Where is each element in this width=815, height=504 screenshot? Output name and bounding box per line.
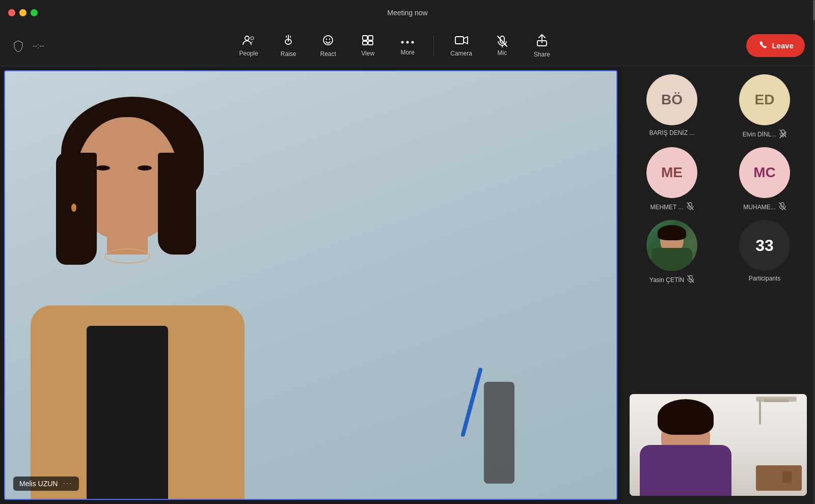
- participant-card-ed[interactable]: ED Elvin DİNL...: [722, 74, 807, 139]
- phone-icon: [757, 39, 768, 52]
- mic-button[interactable]: Mic: [484, 32, 520, 60]
- toolbar-center: People Raise React: [44, 31, 747, 61]
- toolbar-right: Leave: [746, 34, 805, 57]
- svg-rect-13: [455, 37, 464, 44]
- more-label: More: [400, 49, 414, 56]
- more-icon: [400, 36, 415, 47]
- raise-label: Raise: [281, 50, 296, 58]
- svg-rect-8: [363, 41, 367, 45]
- main-video: [5, 71, 616, 499]
- participant-name-ed: Elvin DİNL...: [743, 131, 777, 138]
- participant-avatar-ed: ED: [739, 74, 790, 125]
- people-button[interactable]: People: [231, 32, 266, 60]
- share-label: Share: [534, 51, 550, 58]
- participant-info-mc: MUHAME...: [743, 202, 785, 212]
- self-view: [630, 394, 807, 496]
- leave-button[interactable]: Leave: [746, 34, 805, 57]
- mic-icon: [497, 35, 508, 47]
- traffic-lights: [8, 9, 38, 16]
- svg-point-10: [401, 41, 404, 43]
- participant-name-mc: MUHAME...: [743, 204, 775, 211]
- svg-point-4: [326, 38, 327, 39]
- people-label: People: [239, 50, 258, 57]
- svg-point-1: [251, 37, 254, 40]
- more-options-dots[interactable]: ···: [63, 479, 72, 488]
- minimize-button[interactable]: [19, 9, 26, 16]
- participant-name-count: Participants: [749, 275, 781, 282]
- react-icon: [322, 34, 334, 48]
- mic-muted-icon-yasin: [687, 275, 694, 285]
- share-button[interactable]: Share: [524, 31, 560, 61]
- mic-muted-icon-ed: [779, 129, 786, 139]
- participant-info-count: Participants: [749, 275, 781, 282]
- participant-name-label: Melis UZUN ···: [13, 477, 79, 491]
- react-label: React: [320, 50, 336, 58]
- raise-icon: [283, 34, 294, 48]
- participant-card-yasin[interactable]: Yasin ÇETİN: [630, 220, 714, 285]
- participant-card-me[interactable]: ME MEHMET ...: [630, 147, 714, 212]
- svg-point-5: [329, 38, 330, 39]
- view-button[interactable]: View: [350, 32, 386, 60]
- participant-name-yasin: Yasin ÇETİN: [649, 276, 684, 284]
- more-button[interactable]: More: [390, 33, 425, 59]
- participant-avatar-mc: MC: [739, 147, 790, 198]
- participant-info-bo: BARIŞ DENİZ ...: [649, 129, 695, 136]
- participant-name-me: MEHMET ...: [650, 204, 683, 211]
- camera-icon: [454, 35, 469, 48]
- svg-rect-6: [363, 36, 367, 40]
- participant-avatar-bo: BÖ: [646, 74, 697, 125]
- svg-rect-7: [368, 36, 373, 40]
- svg-line-16: [498, 36, 507, 46]
- camera-button[interactable]: Camera: [442, 32, 480, 60]
- participant-info-ed: Elvin DİNL...: [743, 129, 787, 139]
- leave-label: Leave: [772, 41, 794, 50]
- self-view-video: [630, 394, 807, 496]
- svg-rect-9: [368, 41, 373, 45]
- react-button[interactable]: React: [310, 31, 346, 61]
- main-video-area: Melis UZUN ···: [4, 70, 617, 500]
- participant-card-count[interactable]: 33 Participants: [722, 220, 807, 285]
- participant-card-mc[interactable]: MC MUHAME...: [722, 147, 807, 212]
- participant-name-bo: BARIŞ DENİZ ...: [649, 129, 695, 136]
- camera-label: Camera: [450, 50, 472, 57]
- title-bar: Meeting now: [0, 0, 815, 25]
- participant-avatar-me: ME: [646, 147, 697, 198]
- people-icon: [242, 35, 255, 48]
- raise-button[interactable]: Raise: [270, 31, 306, 61]
- scroll-indicator: [813, 66, 815, 504]
- maximize-button[interactable]: [31, 9, 38, 16]
- view-label: View: [361, 50, 374, 57]
- main-content: Melis UZUN ··· BÖ BARIŞ DENİZ ... ED Elv…: [0, 66, 815, 504]
- toolbar: --:-- People Raise: [0, 25, 815, 66]
- participant-name-text: Melis UZUN: [19, 480, 58, 488]
- svg-point-12: [412, 41, 414, 43]
- participant-avatar-yasin: [646, 220, 697, 271]
- mic-muted-icon-me: [687, 202, 694, 212]
- toolbar-divider: [433, 36, 434, 56]
- svg-point-0: [245, 36, 249, 40]
- window-title: Meeting now: [387, 9, 427, 17]
- toolbar-left: --:--: [10, 38, 44, 54]
- meeting-timer: --:--: [33, 42, 44, 50]
- view-icon: [362, 35, 374, 48]
- close-button[interactable]: [8, 9, 15, 16]
- participant-card-bo[interactable]: BÖ BARIŞ DENİZ ...: [630, 74, 714, 139]
- participant-avatar-count: 33: [739, 220, 790, 271]
- svg-point-11: [406, 41, 409, 43]
- mic-muted-icon-mc: [779, 202, 786, 212]
- participants-grid: BÖ BARIŞ DENİZ ... ED Elvin DİNL...: [630, 74, 807, 285]
- shield-icon: [10, 38, 26, 54]
- share-icon: [536, 34, 548, 49]
- participant-info-me: MEHMET ...: [650, 202, 693, 212]
- mic-label: Mic: [498, 49, 507, 57]
- participant-info-yasin: Yasin ÇETİN: [649, 275, 694, 285]
- right-panel: BÖ BARIŞ DENİZ ... ED Elvin DİNL...: [621, 66, 815, 504]
